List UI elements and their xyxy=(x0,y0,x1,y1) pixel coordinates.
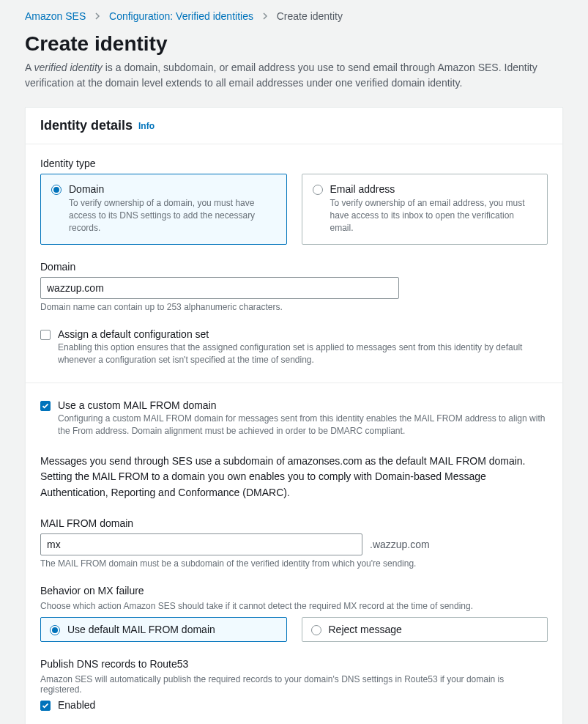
radio-icon xyxy=(313,185,323,195)
chevron-right-icon xyxy=(262,10,268,22)
mx-option-reject[interactable]: Reject message xyxy=(302,617,548,642)
domain-label: Domain xyxy=(40,261,548,273)
radio-tile-title: Domain xyxy=(69,183,276,195)
mx-failure-hint: Choose which action Amazon SES should ta… xyxy=(40,601,548,611)
breadcrumb-link-config[interactable]: Configuration: Verified identities xyxy=(109,10,253,22)
identity-details-panel: Identity details Info Identity type Doma… xyxy=(25,107,563,724)
radio-tile-desc: To verify ownership of a domain, you mus… xyxy=(69,197,276,234)
route53-label: Publish DNS records to Route53 xyxy=(40,658,548,670)
breadcrumb-current: Create identity xyxy=(277,10,343,22)
mx-failure-label: Behavior on MX failure xyxy=(40,585,548,596)
mailfrom-domain-suffix: .wazzup.com xyxy=(370,539,430,550)
radio-tile-title: Email address xyxy=(330,183,537,195)
route53-enabled-label: Enabled xyxy=(58,699,95,711)
identity-type-domain[interactable]: Domain To verify ownership of a domain, … xyxy=(40,174,287,245)
identity-type-email[interactable]: Email address To verify ownership of an … xyxy=(302,174,548,245)
radio-icon xyxy=(51,185,62,195)
page-title: Create identity xyxy=(25,32,563,56)
assign-config-set-label: Assign a default configuration set xyxy=(58,328,548,340)
chevron-right-icon xyxy=(94,10,100,22)
mailfrom-body-text: Messages you send through SES use a subd… xyxy=(40,454,548,501)
radio-option-label: Use default MAIL FROM domain xyxy=(67,624,215,635)
route53-enabled-checkbox[interactable] xyxy=(40,701,51,711)
assign-config-set-checkbox[interactable] xyxy=(40,330,51,340)
radio-icon xyxy=(311,625,321,635)
custom-mailfrom-label: Use a custom MAIL FROM domain xyxy=(58,399,548,411)
identity-type-label: Identity type xyxy=(40,158,548,169)
breadcrumb-link-ses[interactable]: Amazon SES xyxy=(25,10,86,22)
custom-mailfrom-checkbox[interactable] xyxy=(40,401,51,411)
mx-option-default[interactable]: Use default MAIL FROM domain xyxy=(40,617,287,642)
domain-hint: Domain name can contain up to 253 alphan… xyxy=(40,302,548,312)
radio-option-label: Reject message xyxy=(329,624,402,635)
mailfrom-domain-label: MAIL FROM domain xyxy=(40,517,548,529)
custom-mailfrom-desc: Configuring a custom MAIL FROM domain fo… xyxy=(58,413,548,437)
page-description: A verified identity is a domain, subdoma… xyxy=(25,60,563,91)
radio-tile-desc: To verify ownership of an email address,… xyxy=(330,197,537,234)
assign-config-set-desc: Enabling this option ensures that the as… xyxy=(58,341,548,366)
mailfrom-domain-hint: The MAIL FROM domain must be a subdomain… xyxy=(40,558,548,569)
mailfrom-domain-input[interactable] xyxy=(40,533,362,555)
info-link[interactable]: Info xyxy=(138,121,155,131)
breadcrumb: Amazon SES Configuration: Verified ident… xyxy=(25,10,563,22)
identity-details-heading: Identity details xyxy=(40,118,133,133)
domain-input[interactable] xyxy=(40,277,399,299)
route53-hint: Amazon SES will automatically publish th… xyxy=(40,674,548,695)
radio-icon xyxy=(50,625,60,635)
